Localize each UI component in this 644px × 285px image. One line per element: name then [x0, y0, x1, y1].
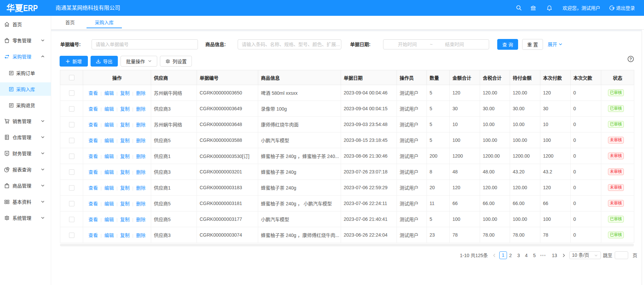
svg-text:?: ? [630, 57, 632, 62]
